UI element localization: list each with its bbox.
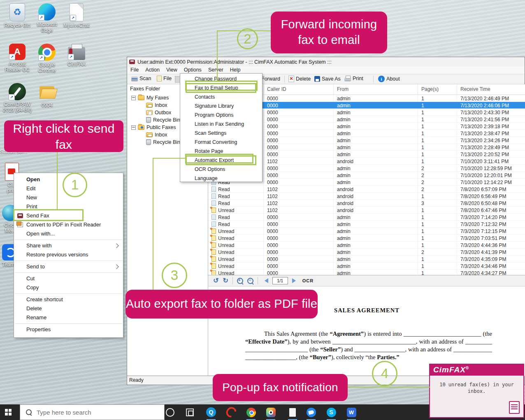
file-button[interactable]: File	[156, 76, 172, 81]
tree-expander-icon[interactable]	[131, 96, 136, 100]
fax-row[interactable]: Read0000admin17/3/2020 7:12:32 PM	[208, 221, 525, 228]
options-menu-item-scan-settings[interactable]: Scan Settings	[180, 129, 262, 138]
options-menu-item-signature-library[interactable]: Signature Library	[180, 102, 262, 111]
next-page-icon[interactable]	[292, 278, 298, 283]
chrome-icon	[246, 408, 256, 417]
mylivechat-icon: ↗	[70, 3, 84, 21]
fax-row[interactable]: Unread1102android17/8/2020 6:47:46 PM	[208, 207, 525, 214]
column-header-Page(s)[interactable]: Page(s)	[418, 84, 457, 95]
context-menu-item-restore-previous-versions[interactable]: Restore previous versions	[14, 250, 123, 259]
taskbar-notepad-icon[interactable]	[288, 407, 297, 417]
fax-from-cell: admin	[334, 235, 418, 241]
fax-row[interactable]: Unread0000admin17/3/2020 4:35:09 PM	[208, 256, 525, 263]
options-menu-item-language[interactable]: Language	[180, 174, 262, 183]
fax-row[interactable]: Read1102android37/8/2020 6:50:48 PM	[208, 200, 525, 207]
unread-document-icon	[211, 256, 216, 262]
options-menu-item-contacts[interactable]: Contacts	[180, 92, 262, 102]
delete-button[interactable]: Delete	[288, 76, 311, 82]
desktop-icon-mylivechat[interactable]: ↗MyLiveChat	[62, 3, 91, 28]
column-header-Receive Time[interactable]: Receive Time	[457, 84, 525, 95]
context-menu-item-rename[interactable]: Rename	[14, 313, 123, 322]
rotate-right-icon[interactable]: ↻	[223, 277, 228, 284]
desktop-icon-cimfax[interactable]: ↗CimFAX	[62, 44, 91, 67]
context-menu-item-copy[interactable]: Copy	[14, 283, 123, 292]
rotate-left-icon[interactable]: ↺	[213, 277, 218, 284]
taskbar-task-view-icon[interactable]	[185, 407, 195, 417]
about-button[interactable]: About	[378, 76, 400, 82]
search-input[interactable]	[36, 408, 153, 416]
column-header-From[interactable]: From	[334, 84, 418, 95]
fax-receive-time-cell: 7/3/2020 7:03:51 PM	[457, 235, 525, 241]
preview-toolbar: ↺ ↻ 1/1 OCR	[208, 275, 525, 286]
context-menu-item-open-with-[interactable]: Open with...	[14, 229, 123, 238]
fax-receive-time-cell: 7/13/2020 2:20:52 PM	[457, 151, 525, 157]
desktop-icon-recycle-bin[interactable]: Recycle Bin	[2, 3, 32, 28]
fax-row[interactable]: Unread0000admin17/3/2020 4:34:46 PM	[208, 263, 525, 270]
menu-action[interactable]: Action	[142, 67, 163, 74]
fax-receive-time-cell: 7/3/2020 7:14:20 PM	[457, 214, 525, 220]
fax-status-cell: Unread	[208, 207, 264, 213]
taskbar-skype-icon[interactable]	[326, 407, 336, 417]
taskbar-wps-icon[interactable]	[346, 407, 356, 417]
context-menu-item-delete[interactable]: Delete	[14, 304, 123, 313]
fax-receive-time-cell: 7/3/2020 7:12:15 PM	[457, 228, 525, 234]
desktop-icon-microsoft-edge[interactable]: ↗Microsoft Edge	[32, 3, 62, 33]
fax-status-cell: Read	[208, 186, 264, 192]
taskbar-cortana-icon[interactable]	[165, 407, 175, 417]
context-menu-item-cut[interactable]: Cut	[14, 274, 123, 283]
taskbar-dingtalk-icon[interactable]	[306, 407, 316, 417]
options-menu-item-ocr-options[interactable]: OCR Options	[180, 165, 262, 174]
zoom-in-icon[interactable]	[237, 278, 243, 284]
context-menu-item-properties[interactable]: Properties	[14, 325, 123, 334]
document-text-segment: (the	[481, 330, 492, 337]
taskbar-search[interactable]	[20, 404, 165, 420]
fax-receive-time-cell: 7/13/2020 2:43:30 PM	[457, 109, 525, 115]
fax-row[interactable]: Unread0000admin17/3/2020 7:12:15 PM	[208, 228, 525, 235]
options-menu-item-format-converting[interactable]: Format Converting	[180, 138, 262, 147]
options-menu-item-listen-in-fax-sending[interactable]: Listen in Fax Sending	[180, 120, 262, 129]
previous-page-icon[interactable]	[262, 278, 268, 283]
menu-file[interactable]: File	[127, 67, 142, 74]
fax-row[interactable]: Read1102android17/8/2020 6:56:49 PM	[208, 193, 525, 200]
desktop-icon-acrobat-reader[interactable]: ↗Acrobat Reader DC	[2, 44, 32, 73]
fax-row[interactable]: Unread0000admin17/3/2020 7:03:51 PM	[208, 235, 525, 242]
tree-item-label: Recycle Bin	[153, 117, 180, 123]
fax-receive-time-cell: 7/3/2020 4:34:46 PM	[457, 263, 525, 269]
menu-separator	[15, 272, 122, 273]
menu-view[interactable]: View	[163, 67, 181, 74]
desktop-icon-label: Acrobat Reader DC	[2, 61, 32, 73]
tree-expander-icon[interactable]	[131, 125, 136, 130]
fax-row[interactable]: Unread0000admin17/3/2020 4:44:36 PM	[208, 242, 525, 249]
fax-row[interactable]: Unread0000admin17/3/2020 4:34:27 PM	[208, 270, 525, 275]
page-indicator[interactable]: 1/1	[272, 277, 288, 284]
taskbar-q-app-icon[interactable]: Q	[206, 407, 216, 417]
desktop-icon-folder-0904[interactable]: 0904	[32, 83, 62, 108]
options-menu-item-program-options[interactable]: Program Options	[180, 111, 262, 120]
context-menu-item-send-to[interactable]: Send to	[14, 262, 123, 271]
taskbar-chrome-icon[interactable]	[246, 407, 256, 417]
fax-client-icon	[224, 405, 238, 419]
save-as-button[interactable]: Save As	[314, 76, 341, 82]
context-menu-item-share-with[interactable]: Share with	[14, 241, 123, 250]
context-menu-item-convert-to-pdf-in-foxit-reader[interactable]: Convert to PDF in Foxit Reader	[14, 220, 123, 229]
desktop-icon-google-chrome[interactable]: ↗Google Chrome	[32, 44, 62, 74]
fax-row[interactable]: Unread0000admin27/3/2020 4:41:39 PM	[208, 249, 525, 256]
ocr-button[interactable]: OCR	[302, 278, 314, 283]
zoom-out-icon[interactable]	[247, 278, 253, 284]
fax-notification-popup[interactable]: CimFAX® 10 unread fax(es) in yourinbox.	[429, 364, 524, 418]
print-button[interactable]: Print	[344, 76, 363, 81]
taskbar-fax-client-icon[interactable]	[226, 407, 236, 417]
document-text-segment: ____________________________	[332, 338, 416, 345]
taskbar-browser-360-icon[interactable]	[266, 407, 276, 417]
scan-button[interactable]: Scan	[131, 76, 151, 81]
desktop-icon-coreldraw[interactable]: ↗CorelDRAW 2019 (64-Bit)	[2, 83, 32, 113]
start-button[interactable]	[5, 409, 12, 415]
inbox-icon	[146, 103, 153, 108]
fax-pages-cell: 1	[418, 95, 457, 102]
fax-row[interactable]: Read0000admin17/3/2020 7:14:20 PM	[208, 214, 525, 221]
context-menu-item-create-shortcut[interactable]: Create shortcut	[14, 295, 123, 304]
fax-row[interactable]: Read1102android27/8/2020 6:57:09 PM	[208, 186, 525, 193]
title-bar[interactable]: User:admin Ext:0000 Permission:Administr…	[127, 57, 525, 67]
column-header-Caller ID[interactable]: Caller ID	[264, 84, 334, 95]
inbox-icon	[146, 132, 153, 137]
